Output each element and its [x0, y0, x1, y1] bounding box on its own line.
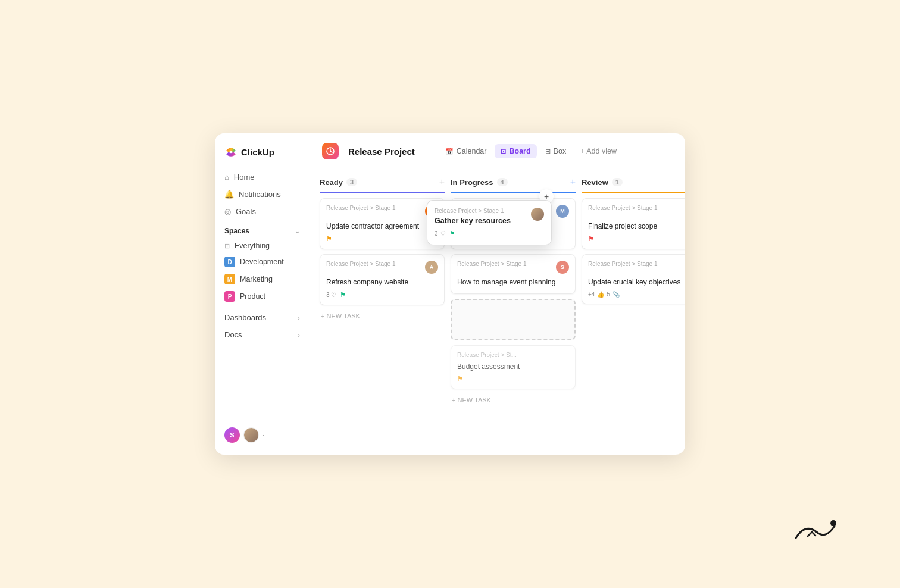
task-card-6[interactable]: Release Project > Stage 1 J Finalize pro… [582, 198, 685, 249]
task-card-1-title: Update contractor agreement [326, 221, 438, 232]
dashboards-label: Dashboards [224, 313, 266, 322]
task-card-2-flag: ⚑ [340, 291, 346, 299]
sidebar-item-home-label: Home [234, 173, 255, 182]
task-card-1-project: Release Project > Stage 1 [326, 205, 395, 211]
drop-placeholder [451, 299, 576, 340]
nav-calendar-label: Calendar [457, 147, 487, 155]
task-card-4[interactable]: Release Project > Stage 1 S How to manag… [451, 254, 576, 294]
sidebar-footer: S · [215, 423, 310, 448]
sidebar-item-goals[interactable]: ◎ Goals [220, 204, 305, 220]
ready-new-task-label: + NEW TASK [321, 312, 360, 320]
in-progress-title: In Progress [451, 178, 493, 187]
sidebar-item-product[interactable]: P Product [220, 288, 305, 305]
board-icon: ⊡ [501, 148, 506, 155]
in-progress-new-task-button[interactable]: + NEW TASK [451, 394, 576, 406]
drag-overlay-project: Release Project > Stage 1 [435, 208, 544, 214]
project-title: Release Project [348, 146, 415, 157]
task-card-3-avatar: M [556, 205, 569, 218]
column-title-in-progress: In Progress 4 [451, 178, 508, 187]
review-count: 1 [612, 178, 623, 186]
nav-box-label: Box [554, 147, 567, 155]
clickup-logo-icon [224, 145, 238, 158]
header-divider [427, 145, 427, 157]
task-card-4-title: How to manage event planning [457, 277, 569, 287]
drag-overlay-title: Gather key resources [435, 217, 544, 225]
header-nav: 📅 Calendar ⊡ Board ⊞ Box + Add view [439, 144, 623, 158]
spaces-label: Spaces [224, 227, 249, 235]
development-badge: D [224, 257, 235, 267]
docs-label: Docs [224, 330, 242, 339]
ready-count: 3 [346, 178, 357, 186]
home-icon: ⌂ [224, 173, 229, 182]
sidebar-item-home[interactable]: ⌂ Home [220, 169, 305, 185]
logo: ClickUp [215, 145, 310, 169]
task-card-2-title: Refresh company website [326, 277, 438, 287]
task-card-7[interactable]: Release Project > Stage 1 A Update cruci… [582, 254, 685, 304]
task-card-6-footer: ⚑ [588, 235, 685, 243]
logo-text: ClickUp [241, 147, 274, 157]
task-card-5-title: Budget assessment [457, 362, 569, 372]
column-ready: Ready 3 + Release Project > Stage 1 J Up… [320, 177, 445, 322]
grid-icon: ⊞ [224, 242, 230, 250]
nav-calendar[interactable]: 📅 Calendar [439, 144, 493, 158]
task-card-2-avatar: A [425, 261, 438, 274]
sidebar-nav: ⌂ Home 🔔 Notifications ◎ Goals [215, 169, 310, 220]
sidebar-bottom-sections: Dashboards › Docs › [215, 309, 310, 343]
in-progress-new-task-label: + NEW TASK [452, 396, 491, 404]
spaces-list: ⊞ Everything D Development M Marketing P… [215, 239, 310, 305]
sidebar: ClickUp ⌂ Home 🔔 Notifications ◎ Goals S… [215, 133, 310, 455]
drag-overlay-card: Release Project > Stage 1 Gather key res… [427, 200, 552, 245]
in-progress-add-button[interactable]: + [570, 177, 576, 187]
sidebar-item-development[interactable]: D Development [220, 254, 305, 270]
ready-new-task-button[interactable]: + NEW TASK [320, 310, 445, 322]
task-card-7-footer: +4 👍 5 📎 [588, 291, 685, 298]
drag-overlay-avatar [531, 208, 544, 221]
drag-card-heart-icon: ♡ [440, 230, 446, 237]
task-card-2[interactable]: Release Project > Stage 1 A Refresh comp… [320, 254, 445, 305]
add-view-button[interactable]: + Add view [574, 144, 623, 158]
sidebar-item-dashboards[interactable]: Dashboards › [220, 309, 305, 326]
watermark-svg [793, 517, 840, 550]
box-icon: ⊞ [545, 148, 551, 155]
sidebar-item-marketing-label: Marketing [240, 275, 273, 283]
task-card-5[interactable]: Release Project > St... Budget assessmen… [451, 345, 576, 390]
drag-overlay-footer: 3 ♡ ⚑ [435, 230, 544, 237]
task-card-1-flag: ⚑ [326, 235, 332, 243]
task-card-2-count: 3 ♡ [326, 292, 336, 298]
task-card-5-header: Release Project > St... [457, 352, 569, 358]
user-avatar-img[interactable] [243, 427, 259, 443]
task-card-5-flag: ⚑ [457, 375, 463, 383]
sidebar-item-everything[interactable]: ⊞ Everything [220, 239, 305, 253]
calendar-icon: 📅 [445, 148, 454, 155]
task-card-4-project: Release Project > Stage 1 [457, 261, 526, 267]
task-card-4-avatar: S [556, 261, 569, 274]
main-content: Release Project 📅 Calendar ⊡ Board ⊞ Box… [310, 133, 685, 455]
add-view-label: + Add view [580, 147, 617, 155]
spaces-chevron-icon[interactable]: ⌄ [295, 227, 300, 235]
task-card-2-header: Release Project > Stage 1 A [326, 261, 438, 274]
task-card-5-footer: ⚑ [457, 375, 569, 383]
bell-icon: 🔔 [224, 190, 234, 199]
nav-board[interactable]: ⊡ Board [495, 144, 536, 158]
sidebar-item-docs[interactable]: Docs › [220, 327, 305, 343]
column-header-in-progress: In Progress 4 + [451, 177, 576, 193]
user-status-dot: · [262, 431, 264, 439]
task-card-1[interactable]: Release Project > Stage 1 J Update contr… [320, 198, 445, 249]
sidebar-item-marketing[interactable]: M Marketing [220, 271, 305, 287]
task-card-7-attachments: 5 [607, 291, 610, 298]
sidebar-item-notifications[interactable]: 🔔 Notifications [220, 186, 305, 202]
task-card-6-project: Release Project > Stage 1 [588, 205, 657, 211]
drag-card-meta: 3 ♡ [435, 230, 446, 237]
task-card-4-header: Release Project > Stage 1 S [457, 261, 569, 274]
task-card-1-footer: ⚑ [326, 235, 438, 243]
user-avatar-s[interactable]: S [224, 427, 240, 443]
task-card-2-project: Release Project > Stage 1 [326, 261, 395, 267]
nav-box[interactable]: ⊞ Box [539, 144, 573, 158]
nav-board-label: Board [509, 147, 530, 155]
sidebar-item-goals-label: Goals [236, 207, 256, 216]
ready-add-button[interactable]: + [439, 177, 445, 187]
column-title-ready: Ready 3 [320, 178, 357, 187]
column-header-ready: Ready 3 + [320, 177, 445, 193]
sidebar-item-product-label: Product [240, 292, 265, 301]
task-card-7-title: Update crucial key objectives [588, 277, 685, 287]
